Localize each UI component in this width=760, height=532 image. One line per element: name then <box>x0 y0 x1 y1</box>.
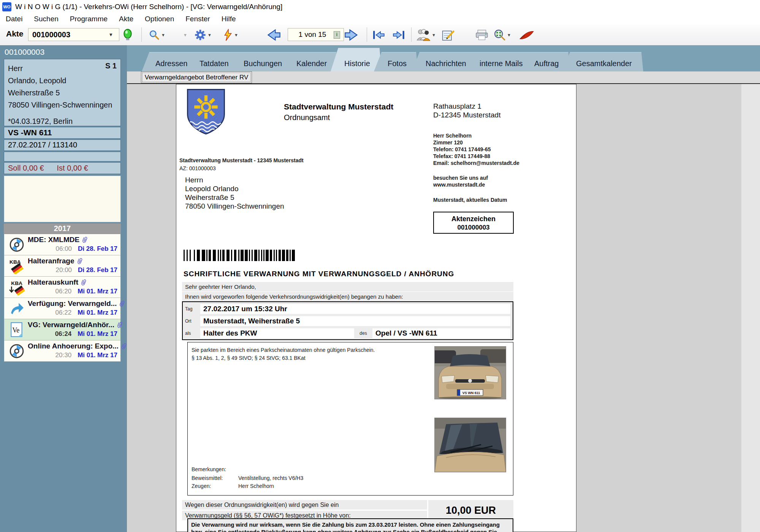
kba-download-icon: KBA <box>9 279 25 295</box>
plate-row[interactable]: VS -WN 611 <box>4 127 121 139</box>
tab-auftrag[interactable]: Auftrag <box>521 52 570 71</box>
letterhead-address1: Rathausplatz 1 <box>433 102 481 111</box>
timeline-item-mde[interactable]: MDE: XMLMDE 06:00Di 28. Feb 17 <box>4 234 120 255</box>
recipient-block: Herrn Leopold Orlando Weiherstraße 5 780… <box>185 176 284 211</box>
contact-fax: Telefax: 0741 17449-88 <box>433 153 519 160</box>
offense-als-label: als <box>185 331 200 336</box>
menu-datei[interactable]: Datei <box>0 15 28 23</box>
forward-arrow-icon <box>9 301 25 317</box>
first-record-button[interactable] <box>372 27 385 43</box>
sidebar-case-number: 001000003 <box>5 48 44 57</box>
persons-button[interactable]: ▼ <box>416 27 436 43</box>
timeline-item-online-anhoerung[interactable]: Online Anhoerung: Expo... 20:30Mi 01. Mr… <box>4 340 120 361</box>
menu-akte[interactable]: Akte <box>113 15 139 23</box>
akte-combobox[interactable] <box>28 28 119 41</box>
akte-label: Akte <box>6 29 24 38</box>
recipient-city: 78050 Villingen-Schwenningen <box>185 202 284 211</box>
sidebar: 001000003 S 1 Herr Orlando, Leopold Weih… <box>0 45 127 532</box>
actions-dropdown-arrow[interactable]: ▼ <box>234 33 238 37</box>
search-button[interactable]: ▼ <box>149 27 165 43</box>
photo-license-plate: VS WN 611 <box>462 391 480 395</box>
svg-text:KBA: KBA <box>11 280 22 286</box>
last-record-button[interactable] <box>392 27 405 43</box>
akte-combo-arrow-icon[interactable]: ▾ <box>109 31 112 38</box>
offense-ort-label: Ort <box>185 318 200 324</box>
timeline-time: 06:00 <box>56 245 72 253</box>
offense-tag-label: Tag <box>185 306 200 312</box>
bulb-icon <box>123 29 132 41</box>
timeline-title: Halteranfrage <box>28 257 74 265</box>
zeugen-value: Herr Schelhorn <box>238 483 274 489</box>
tab-gesamtkalender[interactable]: Gesamtkalender <box>562 52 643 71</box>
document-scrollbar-track[interactable] <box>741 83 760 532</box>
arrow-left-icon <box>266 28 281 41</box>
timeline-item-halteranfrage[interactable]: KBA Halteranfrage 20:00Di 28. Feb 17 <box>4 255 120 277</box>
menu-bar: Datei Suchen Programme Akte Optionen Fen… <box>0 13 760 25</box>
dateline: Musterstadt, aktuelles Datum <box>433 197 507 203</box>
subtab-strip: Verwarngeldangebot Betroffener RV <box>127 71 760 83</box>
tab-fotos[interactable]: Fotos <box>374 52 418 71</box>
document-viewport[interactable]: Stadtverwaltung Musterstadt Ordnungsamt … <box>127 83 741 532</box>
menu-suchen[interactable]: Suchen <box>28 15 64 23</box>
bemerkungen-label: Bemerkungen: <box>192 466 226 472</box>
paperclip-icon <box>80 278 86 287</box>
persons-dropdown-arrow[interactable]: ▼ <box>432 33 436 37</box>
menu-hilfe[interactable]: Hilfe <box>216 15 242 23</box>
timeline-title: Halterauskunft <box>28 278 78 287</box>
tab-kalender[interactable]: Kalender <box>283 52 338 71</box>
search-icon <box>149 30 160 40</box>
timeline-date: Mi 01. Mrz 17 <box>78 330 117 338</box>
person-birth: *04.03.1972, Berlin <box>8 115 73 127</box>
app-icon: WO <box>2 2 11 11</box>
offense-des-value: Opel / VS -WN 611 <box>372 328 510 338</box>
visit-line1: besuchen Sie uns auf <box>433 175 488 181</box>
next-record-button[interactable] <box>344 27 359 43</box>
disc-icon <box>9 343 25 359</box>
paperclip-icon <box>120 342 127 350</box>
person-info-panel[interactable]: S 1 Herr Orlando, Leopold Weiherstraße 5… <box>4 59 121 126</box>
preview-button[interactable]: ▼ <box>494 27 511 43</box>
contact-phone: Telefon: 0741 17449-65 <box>433 146 519 153</box>
beweismittel-value: Ventilstellung, rechts V6/H3 <box>238 475 303 481</box>
case-date-row[interactable]: 27.02.2017 / 113140 <box>4 139 121 151</box>
greeting-line: Sehr geehrter Herr Orlando, <box>182 282 513 291</box>
ist-value: Ist 0,00 € <box>57 164 88 173</box>
search-dropdown-arrow[interactable]: ▼ <box>161 33 165 37</box>
recipient-street: Weiherstraße 5 <box>185 193 284 202</box>
timeline-date: Di 28. Feb 17 <box>78 245 117 253</box>
quill-icon <box>519 30 534 40</box>
menu-fenster[interactable]: Fenster <box>180 15 215 23</box>
person-name: Orlando, Leopold <box>8 74 117 87</box>
sign-button[interactable] <box>519 27 534 43</box>
barcode <box>184 250 296 261</box>
paperclip-icon <box>81 236 87 244</box>
lightning-icon <box>223 29 233 41</box>
menu-optionen[interactable]: Optionen <box>139 15 180 23</box>
notes-button[interactable] <box>442 27 454 43</box>
violation-text2: § 13 Abs. 1, 2, § 49 StVO; § 24 StVG; 63… <box>192 355 306 361</box>
notepad-pencil-icon <box>442 29 454 41</box>
timeline-title: Verfügung: Verwarngeld... <box>28 299 117 308</box>
actions-button[interactable]: ▼ <box>223 27 238 43</box>
preview-dropdown-arrow[interactable]: ▼ <box>507 33 511 37</box>
settings-dropdown-arrow[interactable]: ▼ <box>207 33 212 37</box>
kba-icon: KBA <box>9 258 25 274</box>
accusation-line: Ihnen wird vorgeworfen folgende Verkehrs… <box>182 292 513 301</box>
settings-button[interactable]: ▼ <box>195 27 212 43</box>
previous-record-button[interactable] <box>266 27 281 43</box>
tab-historie[interactable]: Historie <box>331 48 382 71</box>
print-button[interactable] <box>475 27 489 43</box>
warning-box: Die Verwarnung wird nur wirksam, wenn Si… <box>187 518 513 532</box>
document-page: Stadtverwaltung Musterstadt Ordnungsamt … <box>176 84 576 532</box>
timeline-item-verfuegung[interactable]: Verfügung: Verwarngeld... 06:22Mi 01. Mr… <box>4 298 120 319</box>
timeline-item-halterauskunft[interactable]: KBA Halterauskunft 06:20Mi 01. Mrz 17 <box>4 277 120 298</box>
aktenzeichen-box: Aktenzeichen 001000003 <box>433 212 514 234</box>
menu-programme[interactable]: Programme <box>64 15 113 23</box>
bulb-button[interactable] <box>123 27 132 43</box>
visit-line2: www.musterstadt.de <box>433 182 485 188</box>
timeline-item-vg-selected[interactable]: Ve VG: Verwarngeld/Anhör... 06:24Mi 01. … <box>4 319 120 340</box>
offense-des-label: des <box>354 331 372 336</box>
subtab-verwarngeldangebot[interactable]: Verwarngeldangebot Betroffener RV <box>141 71 252 83</box>
timeline-date: Mi 01. Mrz 17 <box>78 288 117 295</box>
timeline-time: 20:00 <box>56 266 72 274</box>
